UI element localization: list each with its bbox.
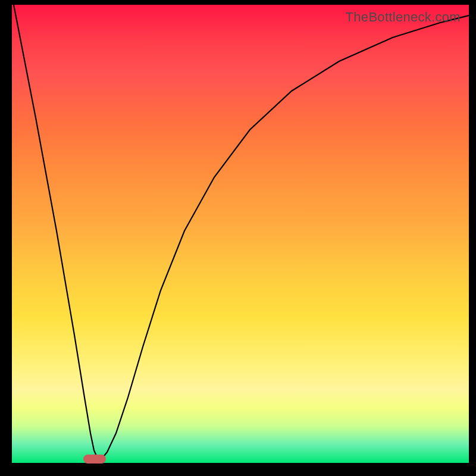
- optimal-marker: [83, 455, 106, 464]
- curve-path: [14, 5, 469, 460]
- watermark-text: TheBottleneck.com: [346, 10, 461, 25]
- chart-container: TheBottleneck.com: [12, 5, 469, 463]
- bottleneck-curve: [12, 5, 469, 463]
